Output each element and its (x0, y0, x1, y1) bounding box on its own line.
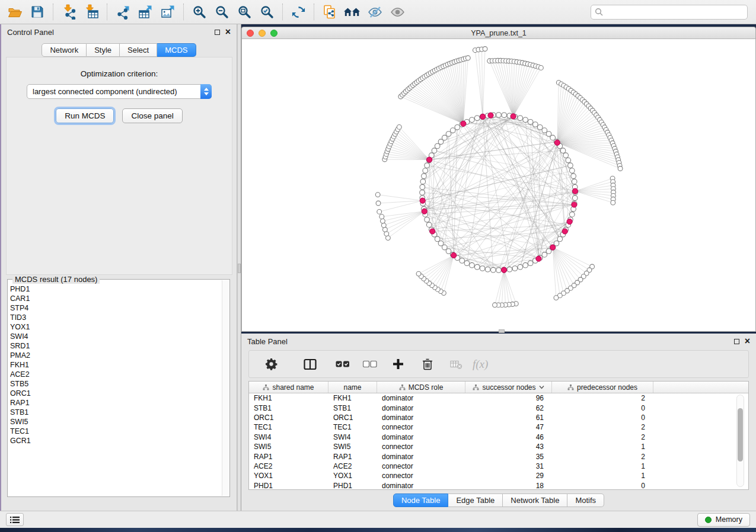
first-neighbors-button[interactable] (341, 2, 363, 22)
table-toolbar: f(x) (248, 350, 749, 378)
table-cell: 47 (465, 423, 552, 431)
float-panel-icon[interactable] (215, 30, 220, 35)
export-image-button[interactable] (157, 2, 179, 22)
mcds-result-item[interactable]: SRD1 (10, 341, 221, 351)
add-column-button[interactable] (386, 354, 410, 375)
mcds-result-item[interactable]: TEC1 (10, 427, 221, 436)
horizontal-splitter-grip[interactable] (499, 329, 505, 333)
run-mcds-button[interactable]: Run MCDS (56, 108, 114, 123)
delete-column-button[interactable] (415, 354, 440, 375)
table-row[interactable]: STB1STB1dominator620 (249, 403, 748, 412)
select-all-button[interactable] (329, 354, 356, 375)
mcds-result-item[interactable]: YOX1 (10, 322, 221, 332)
table-scrollbar[interactable] (736, 395, 744, 487)
mcds-tab-content: Optimization criterion: largest connecte… (6, 57, 232, 275)
mcds-result-item[interactable]: PHD1 (10, 284, 221, 294)
mcds-result-item[interactable]: GCR1 (10, 436, 221, 446)
mcds-result-item[interactable]: FKH1 (10, 360, 221, 370)
result-list-scrollbar[interactable] (222, 280, 229, 496)
vertical-splitter[interactable] (237, 24, 241, 511)
export-table-button[interactable] (134, 2, 157, 22)
zoom-selected-button[interactable] (256, 2, 278, 22)
zoom-in-button[interactable] (188, 2, 210, 22)
column-label: successor nodes (482, 383, 535, 392)
new-network-from-selection-button[interactable] (318, 2, 341, 22)
split-panel-icon (304, 358, 317, 370)
table-row[interactable]: SWI5SWI5connector431 (249, 442, 748, 451)
splitter-grip[interactable] (238, 264, 241, 273)
scrollbar-thumb[interactable] (738, 408, 743, 462)
mcds-result-list[interactable]: PHD1CAR1STP4TID3YOX1SWI4SRD1PMA2FKH1ACE2… (10, 284, 221, 495)
memory-button[interactable]: Memory (697, 513, 750, 527)
table-cell: dominator (377, 414, 465, 422)
function-builder-button: f(x) (469, 358, 488, 371)
table-row[interactable]: ORC1ORC1dominator610 (249, 413, 748, 422)
export-network-button[interactable] (111, 2, 134, 22)
table-cell: ACE2 (328, 462, 377, 470)
table-row[interactable]: RAP1RAP1dominator352 (249, 451, 748, 461)
open-file-button[interactable] (4, 2, 26, 22)
tab-node-table[interactable]: Node Table (393, 493, 449, 507)
mcds-result-item[interactable]: SWI5 (10, 417, 221, 427)
tab-motifs[interactable]: Motifs (567, 493, 604, 507)
network-nodes[interactable] (375, 47, 623, 307)
import-table-button[interactable] (80, 2, 103, 22)
mcds-result-item[interactable]: SWI4 (10, 332, 221, 341)
mcds-result-item[interactable]: STB1 (10, 408, 221, 417)
column-header-name[interactable]: name (328, 382, 377, 393)
deselect-all-button[interactable] (356, 354, 384, 375)
criterion-select[interactable]: largest connected component (undirected) (27, 84, 212, 99)
import-network-button[interactable] (58, 2, 80, 22)
mcds-result-item[interactable]: RAP1 (10, 398, 221, 408)
control-panel-tabs: NetworkStyleSelectMCDS (1, 43, 237, 57)
mcds-result-item[interactable]: CAR1 (10, 294, 221, 303)
save-session-button[interactable] (26, 2, 49, 22)
tab-network-table[interactable]: Network Table (503, 493, 567, 507)
close-panel-icon[interactable]: × (745, 338, 750, 344)
table-settings-button[interactable] (259, 354, 284, 375)
table-cell: 1 (552, 443, 653, 451)
network-graph[interactable] (242, 39, 755, 331)
split-panel-button[interactable] (297, 354, 323, 375)
table-cell: 2 (552, 453, 653, 461)
column-header-MCDS-role[interactable]: MCDS role (377, 382, 465, 393)
float-panel-icon[interactable] (734, 339, 739, 344)
apply-layout-button[interactable] (287, 2, 310, 22)
tab-mcds[interactable]: MCDS (157, 43, 196, 57)
network-canvas[interactable] (241, 39, 756, 332)
mcds-result-item[interactable]: STB5 (10, 379, 221, 389)
column-header-predecessor-nodes[interactable]: predecessor nodes (552, 382, 653, 393)
table-row[interactable]: FKH1FKH1dominator962 (249, 393, 748, 403)
table-row[interactable]: SWI4SWI4dominator462 (249, 432, 748, 442)
table-row[interactable]: TEC1TEC1connector472 (249, 422, 748, 432)
table-cell: 35 (465, 453, 552, 461)
show-all-button[interactable] (386, 2, 409, 22)
mcds-result-item[interactable]: TID3 (10, 313, 221, 322)
trash-icon (422, 358, 433, 370)
show-panels-menu-button[interactable] (6, 513, 24, 526)
column-header-shared-name[interactable]: shared name (249, 382, 328, 393)
column-label: predecessor nodes (577, 383, 637, 392)
table-row[interactable]: ACE2ACE2connector311 (249, 462, 748, 471)
zoom-fit-button[interactable] (233, 2, 256, 22)
column-header-successor-nodes[interactable]: successor nodes (465, 382, 552, 393)
tab-select[interactable]: Select (120, 43, 157, 57)
table-row[interactable]: PHD1PHD1dominator180 (249, 481, 748, 491)
close-panel-icon[interactable]: × (225, 29, 231, 35)
mcds-result-item[interactable]: ORC1 (10, 389, 221, 398)
tab-style[interactable]: Style (87, 43, 120, 57)
search-input[interactable] (606, 8, 744, 16)
tab-network[interactable]: Network (42, 43, 87, 57)
table-cell: SWI4 (328, 433, 377, 441)
close-panel-button[interactable]: Close panel (122, 108, 182, 123)
mcds-result-item[interactable]: STP4 (10, 303, 221, 313)
mcds-result-item[interactable]: ACE2 (10, 370, 221, 379)
tab-edge-table[interactable]: Edge Table (448, 493, 503, 507)
mcds-result-title: MCDS result (17 nodes) (12, 275, 100, 284)
table-row[interactable]: YOX1YOX1connector291 (249, 471, 748, 480)
zoom-out-button[interactable] (210, 2, 233, 22)
hide-selected-button[interactable] (363, 2, 386, 22)
plus-icon (393, 358, 404, 370)
refresh-icon (291, 5, 306, 20)
mcds-result-item[interactable]: PMA2 (10, 351, 221, 360)
